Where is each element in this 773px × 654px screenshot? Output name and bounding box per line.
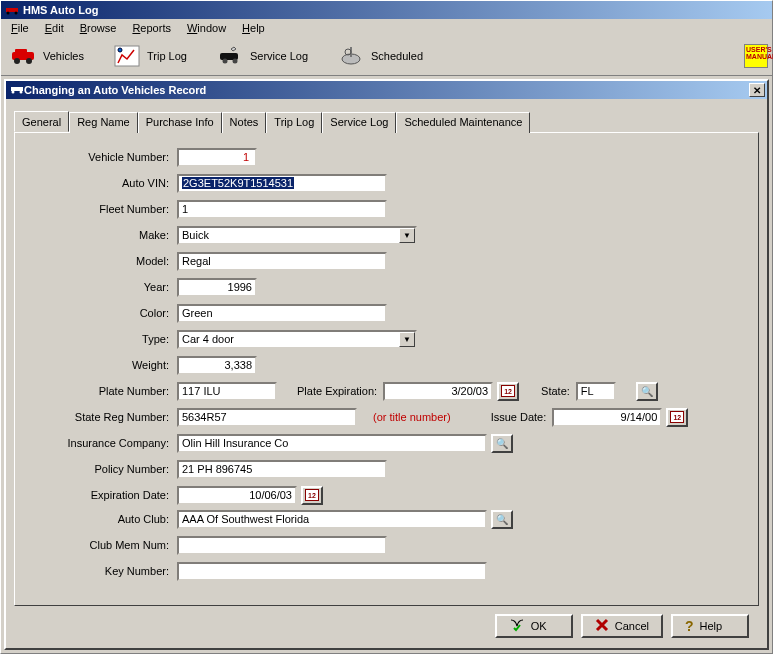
svg-point-16 — [12, 91, 15, 94]
svg-point-8 — [118, 48, 122, 52]
svg-point-6 — [26, 58, 32, 64]
state-lookup-button[interactable]: 🔍 — [636, 382, 658, 401]
app-titlebar: HMS Auto Log — [1, 1, 772, 19]
color-field[interactable] — [177, 304, 387, 323]
tab-scheduled-maintenance[interactable]: Scheduled Maintenance — [396, 112, 530, 133]
type-combo-button[interactable]: ▼ — [399, 332, 415, 347]
ok-icon — [509, 618, 525, 634]
svg-point-11 — [232, 59, 237, 64]
expiration-date-field[interactable] — [177, 486, 297, 505]
make-combo-button[interactable]: ▼ — [399, 228, 415, 243]
help-button[interactable]: ? Help — [671, 614, 749, 638]
plate-number-field[interactable] — [177, 382, 277, 401]
menubar: File Edit Browse Reports Window Help — [1, 19, 772, 37]
model-field[interactable] — [177, 252, 387, 271]
menu-reports[interactable]: Reports — [124, 20, 179, 36]
label-insurance-company: Insurance Company: — [27, 437, 177, 449]
tab-trip-log[interactable]: Trip Log — [266, 112, 322, 133]
child-body: General Reg Name Purchase Info Notes Tri… — [6, 99, 767, 648]
tab-notes[interactable]: Notes — [222, 112, 267, 133]
type-combo[interactable]: ▼ — [177, 330, 417, 349]
label-auto-club: Auto Club: — [27, 513, 177, 525]
toolbar-service-log-label: Service Log — [250, 50, 308, 62]
car-icon — [9, 44, 37, 68]
toolbar-vehicles-label: Vehicles — [43, 50, 84, 62]
label-state: State: — [541, 385, 570, 397]
label-type: Type: — [27, 333, 177, 345]
help-icon: ? — [685, 618, 694, 634]
issue-date-field[interactable] — [552, 408, 662, 427]
ok-button[interactable]: OK — [495, 614, 573, 638]
app-icon — [5, 4, 19, 16]
insurance-company-field[interactable] — [177, 434, 487, 453]
search-icon: 🔍 — [496, 514, 508, 525]
label-color: Color: — [27, 307, 177, 319]
label-expiration-date: Expiration Date: — [27, 489, 177, 501]
svg-point-1 — [7, 12, 10, 15]
issue-date-picker[interactable]: 12 — [666, 408, 688, 427]
toolbar-scheduled-label: Scheduled — [371, 50, 423, 62]
close-icon: ✕ — [753, 85, 761, 96]
search-icon: 🔍 — [641, 386, 653, 397]
insurance-lookup-button[interactable]: 🔍 — [491, 434, 513, 453]
cancel-button[interactable]: Cancel — [581, 614, 663, 638]
key-number-field[interactable] — [177, 562, 487, 581]
main-window: HMS Auto Log File Edit Browse Reports Wi… — [0, 0, 773, 654]
auto-vin-field[interactable]: 2G3ET52K9T1514531 — [177, 174, 387, 193]
state-reg-number-field[interactable] — [177, 408, 357, 427]
child-title-text: Changing an Auto Vehicles Record — [24, 84, 206, 96]
label-state-reg-number: State Reg Number: — [27, 411, 177, 423]
child-window-icon — [10, 84, 24, 96]
tab-general[interactable]: General — [14, 111, 69, 132]
policy-number-field[interactable] — [177, 460, 387, 479]
tab-reg-name[interactable]: Reg Name — [69, 112, 138, 133]
child-titlebar: Changing an Auto Vehicles Record ✕ — [6, 81, 767, 99]
toolbar-trip-log[interactable]: Trip Log — [109, 40, 196, 72]
menu-window[interactable]: Window — [179, 20, 234, 36]
auto-club-field[interactable] — [177, 510, 487, 529]
auto-club-lookup-button[interactable]: 🔍 — [491, 510, 513, 529]
label-make: Make: — [27, 229, 177, 241]
calendar-icon: 12 — [305, 489, 319, 501]
fleet-number-field[interactable] — [177, 200, 387, 219]
weight-field[interactable] — [177, 356, 257, 375]
content-area: Changing an Auto Vehicles Record ✕ Gener… — [1, 76, 772, 653]
svg-rect-4 — [15, 49, 27, 55]
type-combo-input[interactable] — [179, 332, 399, 347]
menu-file[interactable]: File — [3, 20, 37, 36]
toolbar-service-log[interactable]: Service Log — [212, 40, 317, 72]
scheduled-icon — [337, 44, 365, 68]
label-auto-vin: Auto VIN: — [27, 177, 177, 189]
tab-purchase-info[interactable]: Purchase Info — [138, 112, 222, 133]
vehicle-number-field[interactable]: 1 — [177, 148, 257, 167]
state-field[interactable] — [576, 382, 616, 401]
tab-service-log[interactable]: Service Log — [322, 112, 396, 133]
label-weight: Weight: — [27, 359, 177, 371]
svg-point-17 — [20, 91, 23, 94]
chevron-down-icon: ▼ — [403, 335, 411, 344]
close-button[interactable]: ✕ — [749, 83, 765, 97]
menu-edit[interactable]: Edit — [37, 20, 72, 36]
menu-browse[interactable]: Browse — [72, 20, 125, 36]
club-mem-num-field[interactable] — [177, 536, 387, 555]
plate-expiration-date-picker[interactable]: 12 — [497, 382, 519, 401]
calendar-icon: 12 — [670, 411, 684, 423]
label-club-mem-num: Club Mem Num: — [27, 539, 177, 551]
make-combo[interactable]: ▼ — [177, 226, 417, 245]
label-or-title-number: (or title number) — [373, 411, 451, 423]
menu-help[interactable]: Help — [234, 20, 273, 36]
year-field[interactable] — [177, 278, 257, 297]
tab-strip: General Reg Name Purchase Info Notes Tri… — [14, 111, 759, 132]
make-combo-input[interactable] — [179, 228, 399, 243]
app-title: HMS Auto Log — [23, 4, 98, 16]
toolbar-vehicles[interactable]: Vehicles — [5, 40, 93, 72]
tabpanel-general: Vehicle Number: 1 Auto VIN: 2G3ET52K9T15… — [14, 132, 759, 606]
toolbar: Vehicles Trip Log Service Log Scheduled … — [1, 37, 772, 76]
expiration-date-picker[interactable]: 12 — [301, 486, 323, 505]
toolbar-users-manual[interactable]: USER'SMANUAL — [744, 44, 768, 68]
cancel-icon — [595, 618, 609, 634]
plate-expiration-field[interactable] — [383, 382, 493, 401]
search-icon: 🔍 — [496, 438, 508, 449]
toolbar-scheduled[interactable]: Scheduled — [333, 40, 432, 72]
child-window: Changing an Auto Vehicles Record ✕ Gener… — [4, 79, 769, 650]
